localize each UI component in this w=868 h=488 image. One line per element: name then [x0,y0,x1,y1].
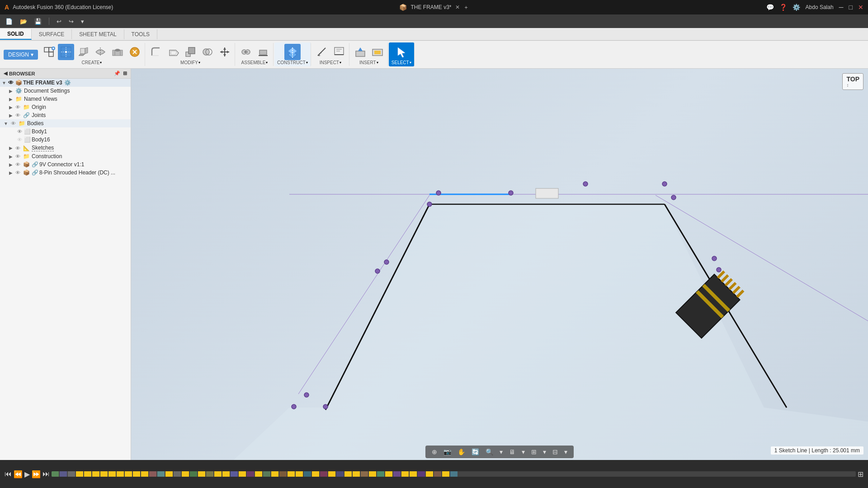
bodies-arrow[interactable]: ▼ [4,121,8,126]
tl-item-26[interactable] [255,471,262,477]
settings-icon[interactable]: ⚙️ [793,4,800,11]
body16-eye[interactable]: 👁 [17,137,22,142]
new-component-icon[interactable] [41,44,57,60]
extrude-icon[interactable] [75,44,91,60]
zoom-icon[interactable]: 🔍 [484,447,495,456]
tl-item-45[interactable] [410,471,417,477]
revolve-icon[interactable] [92,44,108,60]
tl-item-2[interactable] [60,471,67,477]
timeline-track[interactable] [52,471,856,477]
header-arrow[interactable]: ▶ [9,170,13,175]
tl-item-8[interactable] [108,471,116,477]
tl-item-10[interactable] [125,471,132,477]
tl-item-42[interactable] [385,471,392,477]
construct-label[interactable]: CONSTRUCT [277,60,306,65]
root-visibility[interactable]: 👁 [8,80,14,86]
tl-item-16[interactable] [174,471,181,477]
open-file-icon[interactable]: 📂 [18,17,29,26]
tl-item-7[interactable] [100,471,108,477]
joints-arrow[interactable]: ▶ [9,113,13,118]
tl-item-44[interactable] [401,471,409,477]
browser-item-bodies[interactable]: ▼ 👁 📁 Bodies [0,119,131,127]
tl-item-9[interactable] [117,471,124,477]
design-dropdown[interactable]: DESIGN ▾ [4,50,38,60]
combine-icon[interactable] [199,44,216,60]
browser-item-origin[interactable]: ▶ 👁 📁 Origin [0,103,131,111]
scale-icon[interactable] [182,44,198,60]
tl-item-41[interactable] [377,471,384,477]
tl-item-23[interactable] [231,471,238,477]
named-views-arrow[interactable]: ▶ [9,97,13,102]
assemble-label[interactable]: ASSEMBLE [241,60,266,65]
tl-item-6[interactable] [92,471,99,477]
zoom-dropdown[interactable]: ▾ [498,447,505,456]
tl-item-1[interactable] [52,471,59,477]
tl-item-33[interactable] [312,471,319,477]
tl-item-39[interactable] [361,471,368,477]
display-dropdown[interactable]: ▾ [520,447,527,456]
go-end-button[interactable]: ⏭ [42,470,50,478]
new-tab-icon[interactable]: ＋ [463,4,469,11]
tl-item-12[interactable] [141,471,148,477]
create-sketch-icon[interactable] [58,44,74,60]
close-tab-icon[interactable]: ✕ [455,4,460,10]
tl-item-32[interactable] [304,471,311,477]
browser-item-doc-settings[interactable]: ▶ ⚙️ Document Settings [0,87,131,95]
move-icon[interactable] [217,44,233,60]
grid-dropdown[interactable]: ▾ [541,447,548,456]
insert-icon[interactable] [352,44,368,60]
tl-item-22[interactable] [222,471,230,477]
browser-item-named-views[interactable]: ▶ 📁 Named Views [0,95,131,103]
insert-label[interactable]: INSERT [359,60,376,65]
select-icon[interactable] [393,44,410,60]
tl-item-17[interactable] [182,471,189,477]
tl-item-29[interactable] [279,471,287,477]
tl-item-3[interactable] [68,471,75,477]
view-settings-icon[interactable]: ⊟ [551,447,560,456]
modify-label[interactable]: MODIFY [180,60,198,65]
tab-sheet-metal[interactable]: SHEET METAL [72,29,124,39]
snap-icon[interactable]: ⊕ [430,447,439,456]
capture-icon[interactable]: 📷 [442,447,453,456]
ground-icon[interactable] [255,44,271,60]
orbit-icon[interactable]: 🔄 [470,447,481,456]
browser-item-8pin-header[interactable]: ▶ 👁 📦 🔗 8-Pin Shrouded Header (DC) ... [0,169,131,177]
tl-item-37[interactable] [344,471,352,477]
origin-eye[interactable]: 👁 [15,104,20,110]
close-button[interactable]: ✕ [858,4,863,11]
viewport[interactable]: TOP ↕ [131,69,868,486]
tl-item-11[interactable] [133,471,140,477]
more-create-icon[interactable] [127,44,143,60]
tl-item-35[interactable] [328,471,335,477]
shell-icon[interactable] [165,44,181,60]
browser-item-joints[interactable]: ▶ 👁 🔗 Joints [0,111,131,119]
connector-arrow[interactable]: ▶ [9,162,13,167]
more-icon[interactable]: ▾ [79,17,86,26]
grid-icon[interactable]: ⊞ [529,447,538,456]
construction-arrow[interactable]: ▶ [9,154,13,159]
tl-item-15[interactable] [165,471,173,477]
tl-item-49[interactable] [442,471,449,477]
undo-icon[interactable]: ↩ [55,17,63,26]
chat-icon[interactable]: 💬 [766,4,774,11]
tl-item-27[interactable] [263,471,270,477]
redo-icon[interactable]: ↪ [67,17,75,26]
fillet-icon[interactable] [148,44,164,60]
tl-item-31[interactable] [296,471,303,477]
tl-item-14[interactable] [157,471,165,477]
offset-plane-icon[interactable] [284,44,301,60]
tl-item-36[interactable] [336,471,344,477]
tl-item-48[interactable] [434,471,441,477]
save-icon[interactable]: 💾 [33,17,43,26]
play-button[interactable]: ▶ [24,470,30,479]
pan-icon[interactable]: ✋ [456,447,467,456]
browser-expand-icon[interactable]: ⊞ [123,70,127,76]
help-icon[interactable]: ❓ [779,4,787,11]
tl-item-40[interactable] [369,471,376,477]
doc-settings-arrow[interactable]: ▶ [9,89,13,94]
tl-item-19[interactable] [198,471,205,477]
connector-eye[interactable]: 👁 [15,162,20,167]
tl-item-30[interactable] [288,471,295,477]
maximize-button[interactable]: □ [849,4,853,11]
tl-item-50[interactable] [450,471,458,477]
